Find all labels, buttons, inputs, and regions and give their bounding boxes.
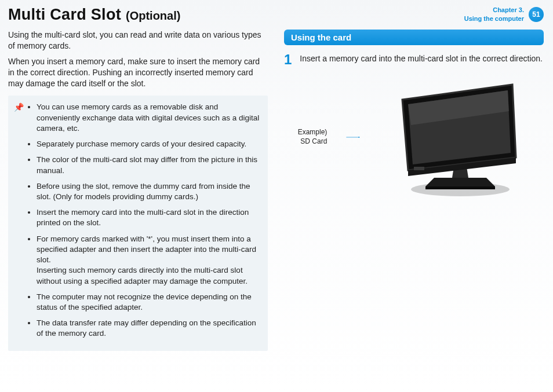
list-item: Separately purchase memory cards of your… <box>37 139 260 149</box>
step-number: 1 <box>284 53 292 66</box>
list-item: The data transfer rate may differ depend… <box>37 318 260 339</box>
example-line1: Example) <box>298 128 328 136</box>
svg-rect-10 <box>414 167 424 170</box>
intro-text: Using the multi-card slot, you can read … <box>8 30 268 89</box>
svg-point-1 <box>359 137 360 138</box>
breadcrumb-section: Using the computer <box>464 14 524 23</box>
step: 1 Insert a memory card into the multi-ca… <box>284 53 544 66</box>
example-line2: SD Card <box>300 137 327 145</box>
list-item: Insert the memory card into the multi-ca… <box>37 207 260 228</box>
section-heading: Using the card <box>284 30 544 45</box>
page-header: Multi Card Slot (Optional) Chapter 3. Us… <box>8 6 544 24</box>
info-box: 📌 You can use memory cards as a removabl… <box>8 96 268 350</box>
list-item: The computer may not recognize the devic… <box>37 292 260 313</box>
example-label: Example) SD Card <box>298 128 328 146</box>
breadcrumb-chapter: Chapter 3. <box>493 6 524 14</box>
svg-marker-3 <box>425 178 495 186</box>
title-group: Multi Card Slot (Optional) <box>8 6 180 24</box>
info-list: You can use memory cards as a removable … <box>27 102 260 344</box>
step-text: Insert a memory card into the multi-card… <box>300 53 543 66</box>
page-subtitle: (Optional) <box>126 9 180 23</box>
breadcrumb: Chapter 3. Using the computer 51 <box>464 6 544 23</box>
illustration-area: Example) SD Card <box>284 76 544 198</box>
list-item: The color of the multi-card slot may dif… <box>37 155 260 175</box>
intro-paragraph: When you insert a memory card, make sure… <box>8 56 268 89</box>
list-item: Before using the slot, remove the dummy … <box>37 181 260 202</box>
list-item: For memory cards marked with '*', you mu… <box>37 234 260 287</box>
content-columns: Using the multi-card slot, you can read … <box>8 30 544 351</box>
page-number-badge: 51 <box>529 7 544 22</box>
pin-icon: 📌 <box>13 103 24 344</box>
monitor-illustration <box>379 76 530 198</box>
page-root: Multi Card Slot (Optional) Chapter 3. Us… <box>0 0 553 392</box>
left-column: Using the multi-card slot, you can read … <box>8 30 268 351</box>
page-title: Multi Card Slot <box>8 6 121 24</box>
right-column: Using the card 1 Insert a memory card in… <box>284 30 544 351</box>
intro-paragraph: Using the multi-card slot, you can read … <box>8 30 268 52</box>
list-item: You can use memory cards as a removable … <box>37 102 260 134</box>
svg-marker-4 <box>425 186 495 189</box>
leader-line-icon <box>333 137 373 138</box>
